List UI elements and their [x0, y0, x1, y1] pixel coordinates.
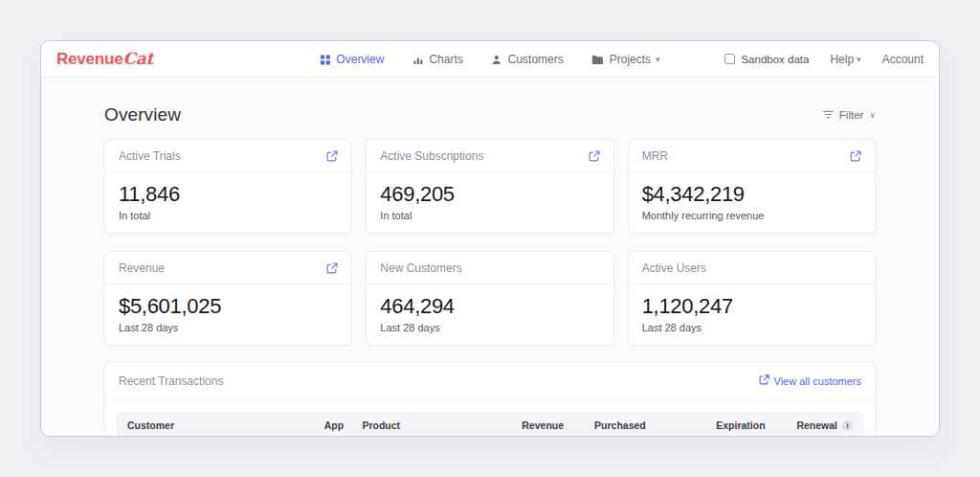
metric-value: $4,342,219	[642, 182, 861, 207]
metric-title: New Customers	[380, 261, 461, 275]
nav-label-customers: Customers	[508, 53, 564, 66]
metric-subtitle: In total	[119, 210, 338, 221]
column-header-revenue: Revenue	[491, 420, 565, 431]
nav-label-overview: Overview	[336, 53, 384, 66]
view-all-customers-label: View all customers	[774, 375, 862, 387]
account-label: Account	[882, 53, 924, 66]
chevron-down-icon: ∨	[869, 110, 876, 120]
main-nav: Overview Charts Customers Projects ▾	[320, 41, 659, 78]
metric-title: Active Subscriptions	[380, 149, 483, 163]
metric-title: MRR	[642, 149, 668, 163]
metrics-grid: Active Trials 11,846 In total Active Sub…	[104, 139, 876, 346]
metric-card-active-subscriptions: Active Subscriptions 469,205 In total	[366, 139, 613, 234]
filter-button[interactable]: Filter ∨	[823, 109, 876, 121]
column-header-renewal: Renewali	[766, 420, 853, 431]
filter-label: Filter	[839, 109, 864, 121]
nav-label-projects: Projects	[610, 53, 651, 66]
metric-subtitle: Last 28 days	[380, 322, 599, 333]
top-navigation-bar: RevenueCat Overview Charts Customers	[41, 41, 939, 78]
nav-label-charts: Charts	[429, 53, 462, 66]
metric-subtitle: Monthly recurring revenue	[642, 210, 861, 221]
external-link-icon[interactable]	[589, 150, 600, 162]
external-link-icon	[759, 375, 769, 387]
help-menu[interactable]: Help ▾	[830, 53, 860, 66]
app-window: RevenueCat Overview Charts Customers	[40, 40, 940, 437]
sandbox-data-toggle[interactable]: Sandbox data	[724, 54, 809, 65]
column-header-expiration: Expiration	[716, 420, 765, 431]
bar-chart-icon	[412, 55, 423, 65]
metric-subtitle: Last 28 days	[642, 322, 861, 333]
recent-transactions-card: Recent Transactions View all customers C…	[104, 361, 876, 437]
recent-transactions-title: Recent Transactions	[119, 375, 223, 388]
metric-title: Active Users	[642, 261, 706, 275]
metric-value: 469,205	[380, 182, 599, 207]
column-header-customer: Customer	[127, 420, 324, 431]
sandbox-label: Sandbox data	[741, 54, 809, 65]
metric-subtitle: In total	[380, 210, 599, 221]
logo-text-revenue: Revenue	[56, 50, 122, 68]
sandbox-checkbox[interactable]	[724, 54, 735, 64]
metric-value: 11,846	[119, 182, 338, 207]
metric-value: $5,601,025	[119, 294, 338, 319]
logo-text-cat: Cat	[122, 49, 153, 68]
person-icon	[492, 55, 502, 65]
help-label: Help	[830, 53, 854, 66]
metric-title: Revenue	[119, 261, 165, 275]
view-all-customers-link[interactable]: View all customers	[759, 375, 862, 387]
filter-icon	[823, 109, 834, 121]
external-link-icon[interactable]	[326, 150, 338, 162]
metric-value: 1,120,247	[642, 294, 861, 319]
column-header-app: App	[324, 420, 363, 431]
metric-title: Active Trials	[119, 149, 181, 163]
revenuecat-logo[interactable]: RevenueCat	[56, 49, 153, 69]
column-header-purchased: Purchased	[564, 420, 716, 431]
transactions-table: Customer App Product Revenue Purchased E…	[105, 400, 875, 437]
table-header-row: Customer App Product Revenue Purchased E…	[117, 412, 863, 437]
chevron-down-icon: ▾	[857, 55, 861, 64]
column-header-product: Product	[362, 420, 490, 431]
account-menu[interactable]: Account	[882, 53, 924, 66]
metric-card-mrr: MRR $4,342,219 Monthly recurring revenue	[628, 139, 876, 234]
info-icon[interactable]: i	[842, 420, 853, 431]
external-link-icon[interactable]	[326, 262, 338, 274]
chevron-down-icon: ▾	[656, 55, 660, 64]
metric-card-active-users: Active Users 1,120,247 Last 28 days	[628, 251, 876, 346]
nav-item-charts[interactable]: Charts	[412, 53, 462, 66]
main-content: Overview Filter ∨ Active Trials 11	[41, 78, 939, 436]
nav-item-projects[interactable]: Projects ▾	[592, 53, 660, 66]
external-link-icon[interactable]	[850, 150, 861, 162]
metric-value: 464,294	[380, 294, 599, 319]
nav-item-overview[interactable]: Overview	[320, 53, 384, 66]
page-title: Overview	[104, 104, 181, 125]
metric-subtitle: Last 28 days	[119, 322, 338, 333]
grid-icon	[320, 55, 330, 65]
page-header: Overview Filter ∨	[104, 104, 876, 125]
folder-icon	[592, 55, 604, 65]
metric-card-new-customers: New Customers 464,294 Last 28 days	[366, 251, 613, 346]
topbar-right: Sandbox data Help ▾ Account	[724, 53, 924, 66]
nav-item-customers[interactable]: Customers	[492, 53, 564, 66]
metric-card-active-trials: Active Trials 11,846 In total	[104, 139, 352, 234]
metric-card-revenue: Revenue $5,601,025 Last 28 days	[104, 251, 352, 346]
